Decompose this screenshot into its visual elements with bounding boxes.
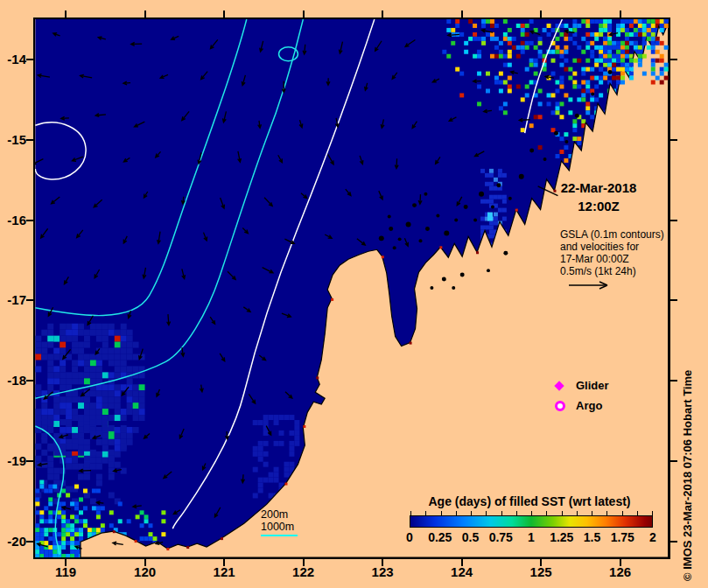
sst-pixel	[66, 396, 72, 402]
y-tick-label: -17	[2, 292, 26, 307]
sst-pixel	[221, 537, 223, 540]
sst-pixel	[529, 63, 534, 67]
date-annotation: 22-Mar-2018 12:00Z	[544, 178, 653, 215]
colorbar-tick	[606, 511, 607, 515]
sst-pixel	[84, 474, 90, 480]
sst-pixel	[39, 550, 44, 554]
sst-pixel	[53, 366, 60, 372]
sst-pixel	[572, 119, 577, 123]
sst-pixel	[607, 54, 612, 59]
sst-pixel	[585, 88, 590, 93]
sst-pixel	[61, 528, 66, 532]
sst-pixel	[485, 200, 489, 204]
sst-pixel	[647, 28, 651, 32]
sst-pixel	[534, 115, 538, 119]
sst-pixel	[629, 32, 634, 37]
sst-pixel	[620, 24, 625, 28]
sst-pixel	[61, 501, 66, 506]
sst-pixel	[53, 409, 60, 415]
island	[379, 235, 384, 241]
sst-pixel	[149, 536, 153, 541]
sst-pixel	[101, 523, 105, 528]
sst-pixel	[35, 348, 41, 354]
sst-pixel	[585, 32, 590, 37]
sst-pixel	[109, 492, 115, 498]
sst-pixel	[508, 50, 512, 54]
sst-pixel	[35, 489, 39, 494]
sst-pixel	[96, 452, 102, 458]
sst-pixel	[525, 41, 529, 46]
sst-pixel	[521, 24, 525, 28]
sst-pixel	[581, 37, 585, 41]
sst-pixel	[72, 366, 78, 372]
island	[436, 214, 439, 218]
sst-pixel	[127, 336, 133, 342]
sst-pixel	[74, 514, 79, 519]
sst-pixel	[651, 67, 655, 72]
sst-pixel	[634, 41, 638, 46]
x-tick-top	[620, 10, 621, 18]
sst-pixel	[616, 28, 620, 32]
sst-pixel	[139, 415, 145, 421]
sst-pixel	[494, 24, 499, 28]
sst-pixel	[48, 536, 53, 541]
sst-pixel	[625, 37, 629, 41]
sst-pixel	[564, 93, 568, 97]
sst-pixel	[127, 354, 133, 360]
sst-pixel	[61, 489, 66, 494]
sst-pixel	[57, 514, 61, 519]
sst-pixel	[109, 462, 115, 468]
sst-pixel	[48, 501, 53, 506]
sst-pixel	[115, 330, 121, 336]
sst-pixel	[581, 93, 585, 97]
sst-pixel	[121, 324, 127, 330]
sst-pixel	[529, 80, 534, 85]
sst-pixel	[47, 468, 53, 474]
sst-pixel	[139, 409, 145, 415]
sst-pixel	[61, 545, 66, 550]
sst-pixel	[607, 24, 612, 28]
sst-pixel	[253, 452, 258, 457]
sst-pixel	[60, 360, 66, 366]
sst-pixel	[603, 76, 607, 80]
sst-pixel	[489, 221, 494, 226]
sst-pixel	[620, 28, 625, 32]
sst-pixel	[66, 541, 70, 545]
sst-pixel	[127, 409, 133, 415]
sst-pixel	[468, 37, 473, 41]
sst-pixel	[72, 330, 78, 336]
sst-pixel	[607, 59, 612, 63]
sst-pixel	[502, 217, 507, 221]
sst-pixel	[72, 464, 78, 470]
sst-pixel	[599, 46, 603, 50]
y-tick-left	[26, 139, 33, 141]
sst-pixel	[455, 24, 459, 28]
sst-pixel	[599, 19, 603, 24]
sst-pixel	[594, 19, 599, 24]
sst-pixel	[503, 63, 508, 67]
sst-pixel	[74, 554, 79, 557]
sst-pixel	[486, 32, 490, 37]
y-tick-left	[26, 299, 33, 301]
sst-pixel	[115, 360, 121, 366]
sst-pixel	[516, 46, 521, 50]
sst-pixel	[72, 348, 78, 354]
sst-pixel	[607, 19, 612, 24]
sst-pixel	[53, 372, 60, 378]
y-tick-label: -18	[2, 373, 26, 388]
sst-pixel	[161, 510, 165, 514]
sst-pixel	[294, 430, 299, 436]
sst-pixel	[90, 402, 96, 409]
sst-pixel	[133, 384, 139, 390]
sst-pixel	[136, 514, 140, 519]
sst-pixel	[133, 402, 139, 409]
bathy-legend-line	[261, 535, 298, 536]
sst-pixel	[121, 336, 127, 342]
sst-pixel	[274, 415, 279, 420]
sst-pixel	[127, 330, 133, 336]
sst-pixel	[70, 550, 74, 554]
sst-pixel	[121, 415, 127, 421]
x-tick-label: 119	[46, 564, 85, 579]
y-tick-left	[26, 460, 33, 462]
sst-pixel	[48, 510, 53, 514]
